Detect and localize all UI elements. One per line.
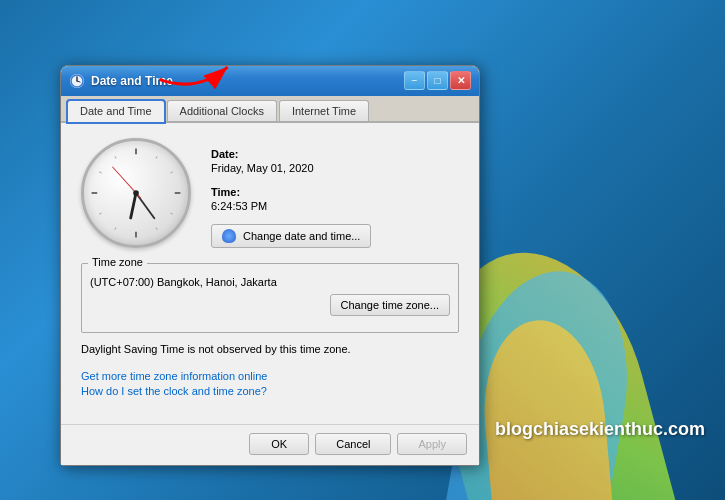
- timezone-btn-row: Change time zone...: [90, 294, 450, 316]
- svg-line-10: [170, 171, 172, 172]
- title-bar: Date and Time − □ ✕: [61, 66, 479, 96]
- date-time-dialog: Date and Time − □ ✕ Date and Time Additi…: [60, 65, 480, 466]
- close-button[interactable]: ✕: [450, 71, 471, 90]
- svg-point-20: [133, 190, 139, 196]
- clock-face: [84, 141, 188, 245]
- change-timezone-button[interactable]: Change time zone...: [330, 294, 450, 316]
- date-label: Date:: [211, 148, 459, 160]
- change-date-time-button[interactable]: Change date and time...: [211, 224, 371, 248]
- svg-line-16: [115, 156, 116, 158]
- timezone-value: (UTC+07:00) Bangkok, Hanoi, Jakarta: [90, 276, 450, 288]
- timezone-section: Time zone (UTC+07:00) Bangkok, Hanoi, Ja…: [81, 263, 459, 333]
- svg-line-12: [156, 227, 157, 229]
- svg-line-15: [99, 171, 101, 172]
- svg-line-13: [115, 227, 116, 229]
- ok-button[interactable]: OK: [249, 433, 309, 455]
- time-label: Time:: [211, 186, 459, 198]
- dialog-footer: OK Cancel Apply: [61, 424, 479, 465]
- svg-line-11: [170, 212, 172, 213]
- date-time-info: Date: Friday, May 01, 2020 Time: 6:24:53…: [211, 138, 459, 248]
- shield-icon: [222, 229, 236, 243]
- main-section: Date: Friday, May 01, 2020 Time: 6:24:53…: [81, 138, 459, 248]
- tab-date-and-time[interactable]: Date and Time: [67, 100, 165, 123]
- cancel-button[interactable]: Cancel: [315, 433, 391, 455]
- blog-watermark: blogchiasekienthuc.com: [495, 419, 705, 440]
- timezone-legend: Time zone: [88, 256, 147, 268]
- svg-line-17: [131, 193, 136, 218]
- clock-help-link[interactable]: How do I set the clock and time zone?: [81, 385, 459, 397]
- clock-container: [81, 138, 191, 248]
- svg-line-9: [156, 156, 157, 158]
- clock-title-icon: [69, 73, 85, 89]
- tab-internet-time[interactable]: Internet Time: [279, 100, 369, 121]
- dst-text: Daylight Saving Time is not observed by …: [81, 343, 459, 355]
- title-controls: − □ ✕: [404, 71, 471, 90]
- minimize-button[interactable]: −: [404, 71, 425, 90]
- timezone-info-link[interactable]: Get more time zone information online: [81, 370, 459, 382]
- time-value: 6:24:53 PM: [211, 200, 459, 212]
- maximize-button[interactable]: □: [427, 71, 448, 90]
- links-section: Get more time zone information online Ho…: [81, 370, 459, 397]
- svg-line-14: [99, 212, 101, 213]
- tab-content: Date: Friday, May 01, 2020 Time: 6:24:53…: [61, 123, 479, 424]
- svg-line-18: [136, 193, 154, 218]
- apply-button[interactable]: Apply: [397, 433, 467, 455]
- tab-bar: Date and Time Additional Clocks Internet…: [61, 96, 479, 123]
- analog-clock: [81, 138, 191, 248]
- date-value: Friday, May 01, 2020: [211, 162, 459, 174]
